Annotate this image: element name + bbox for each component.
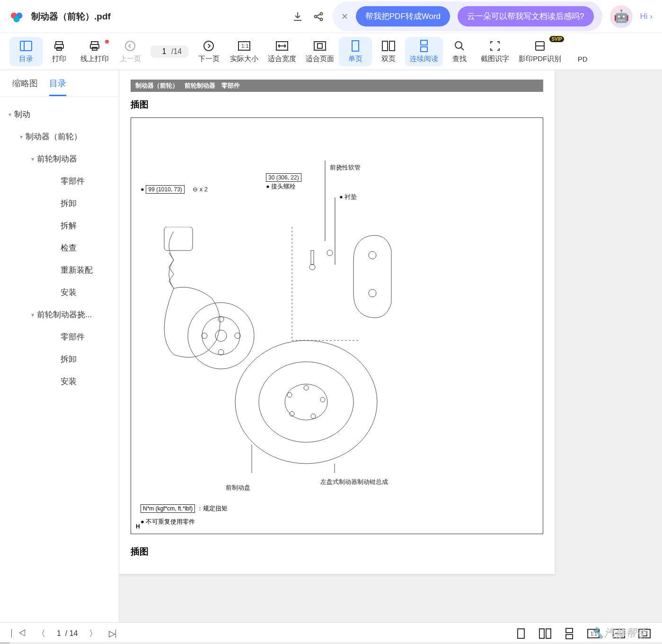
tool-online-print[interactable]: 线上打印	[76, 37, 114, 66]
tree-item[interactable]: 拆卸	[0, 192, 119, 215]
scrollbar[interactable]	[0, 642, 662, 644]
share-icon[interactable]	[312, 10, 325, 23]
tool-double-page[interactable]: 双页	[372, 37, 405, 66]
last-page-icon[interactable]: ▷⎸	[109, 628, 123, 639]
svg-rect-53	[518, 629, 524, 638]
svg-point-47	[369, 289, 376, 297]
toolbar: 目录 打印 线上打印 上一页 / 14 下一页 1:1实际大小 适合宽度 适合页…	[0, 33, 662, 70]
svg-point-41	[304, 385, 309, 390]
svg-point-42	[320, 397, 325, 402]
svg-point-46	[369, 251, 376, 259]
svg-point-14	[125, 41, 135, 51]
svg-point-35	[235, 333, 240, 339]
view-continuous-icon[interactable]	[565, 628, 574, 639]
tree-item[interactable]: 拆解	[0, 215, 119, 237]
tool-actual-size[interactable]: 1:1实际大小	[225, 37, 263, 66]
svg-rect-19	[314, 42, 326, 50]
tool-single-page[interactable]: 单页	[339, 37, 372, 66]
svg-point-34	[218, 316, 224, 322]
bottom-bar: ⎸◁ 〈 1 / 14 〉 ▷⎸ 1:1 🔧汽修帮手	[0, 622, 662, 644]
pill-ai-summary[interactable]: 云一朵可以帮我写文档读后感吗?	[458, 6, 593, 27]
svg-point-45	[287, 393, 292, 397]
tool-scan-pdf[interactable]: SVIP影印PDF识别	[514, 37, 566, 66]
legend: N*m (kgf*cm, ft.*lbf) ：规定扭矩 ● 不可重复使用零件	[141, 504, 228, 526]
suggestion-pills: ✕ 帮我把PDF转成Word 云一朵可以帮我写文档读后感吗?	[333, 1, 602, 31]
svg-rect-30	[164, 227, 193, 250]
svg-rect-24	[421, 40, 427, 45]
svg-point-38	[235, 340, 377, 464]
title-bar: 制动器（前轮）.pdf ✕ 帮我把PDF转成Word 云一朵可以帮我写文档读后感…	[0, 0, 662, 33]
section-title: 插图	[131, 98, 543, 111]
tree-item[interactable]: 零部件	[0, 170, 119, 192]
brake-assembly-sketch	[145, 227, 396, 473]
svg-rect-57	[566, 635, 573, 639]
svg-rect-56	[566, 628, 573, 633]
app-logo	[9, 9, 24, 24]
tool-pdf-more[interactable]: PD	[566, 37, 599, 66]
first-page-icon[interactable]: ⎸◁	[11, 628, 26, 638]
pdf-viewer[interactable]: 制动器（前轮） 前轮制动器 零部件 插图 前挠性软管 30 (306, 22) …	[119, 70, 662, 622]
svg-text:1:1: 1:1	[241, 43, 248, 49]
view-single-icon[interactable]	[516, 628, 526, 639]
close-icon[interactable]: ✕	[341, 11, 348, 22]
doc-header: 制动器（前轮） 前轮制动器 零部件	[131, 80, 543, 92]
sidebar: 缩略图 目录 ▾制动▾制动器（前轮）▾前轮制动器零部件拆卸拆解检查重新装配安装▾…	[0, 70, 119, 622]
tool-fit-width[interactable]: 适合宽度	[263, 37, 301, 66]
svg-rect-23	[389, 41, 395, 51]
tree-item[interactable]: 重新装配	[0, 259, 119, 281]
svg-point-39	[259, 362, 353, 442]
outline-tree: ▾制动▾制动器（前轮）▾前轮制动器零部件拆卸拆解检查重新装配安装▾前轮制动器挠.…	[0, 97, 119, 622]
tool-catalog[interactable]: 目录	[9, 37, 43, 66]
svg-rect-25	[421, 47, 427, 52]
svg-point-15	[204, 41, 213, 51]
svg-point-32	[202, 317, 240, 355]
tool-continuous[interactable]: 连续阅读	[405, 37, 443, 66]
tool-fit-page[interactable]: 适合页面	[301, 37, 339, 66]
svg-point-36	[218, 349, 224, 355]
next-page-icon[interactable]: 〉	[89, 628, 97, 639]
watermark: 🔧汽修帮手	[591, 626, 648, 640]
tool-prev-page: 上一页	[114, 37, 147, 66]
svg-point-40	[285, 384, 327, 420]
pdf-page: 制动器（前轮） 前轮制动器 零部件 插图 前挠性软管 30 (306, 22) …	[119, 70, 555, 574]
pill-pdf-to-word[interactable]: 帮我把PDF转成Word	[356, 6, 450, 27]
tree-item[interactable]: ▾前轮制动器挠...	[0, 304, 119, 326]
svg-rect-55	[546, 629, 551, 638]
tree-item[interactable]: ▾前轮制动器	[0, 148, 119, 170]
page-input[interactable]	[157, 47, 171, 56]
tool-find[interactable]: 查找	[443, 37, 476, 66]
svg-point-50	[327, 250, 333, 256]
svg-rect-22	[382, 41, 388, 51]
section-title-2: 插图	[131, 546, 543, 558]
svg-point-26	[455, 42, 462, 48]
tab-toc[interactable]: 目录	[49, 78, 66, 96]
prev-page-icon[interactable]: 〈	[37, 628, 45, 639]
tree-item[interactable]: 安装	[0, 281, 119, 304]
tree-item[interactable]: 安装	[0, 370, 119, 393]
svg-rect-21	[352, 41, 359, 51]
tool-print[interactable]: 打印	[43, 37, 76, 66]
svg-point-31	[188, 303, 254, 369]
svg-point-33	[215, 330, 227, 341]
tool-ocr[interactable]: 截图识字	[476, 37, 514, 66]
page-indicator[interactable]: / 14	[150, 45, 188, 58]
tree-item[interactable]: ▾制动器（前轮）	[0, 125, 119, 148]
diagram: 前挠性软管 30 (306, 22) ● 接头螺栓 ● 99 (1010, 73…	[131, 117, 543, 534]
svg-rect-6	[20, 41, 32, 51]
tab-thumbnails[interactable]: 缩略图	[12, 78, 38, 96]
tree-item[interactable]: 零部件	[0, 326, 119, 348]
svg-point-2	[13, 16, 19, 22]
tree-item[interactable]: 拆卸	[0, 348, 119, 370]
file-name: 制动器（前轮）.pdf	[31, 10, 111, 23]
bottom-page: 1 / 14	[57, 629, 78, 638]
hi-button[interactable]: Hi ›	[640, 12, 653, 21]
tool-next-page[interactable]: 下一页	[192, 37, 225, 66]
tree-item[interactable]: ▾制动	[0, 103, 119, 125]
svg-rect-20	[318, 44, 322, 48]
view-double-icon[interactable]	[539, 628, 551, 639]
tree-item[interactable]: 检查	[0, 237, 119, 259]
svg-rect-54	[539, 629, 544, 638]
avatar[interactable]: 🤖	[610, 5, 633, 28]
svg-point-43	[311, 414, 316, 419]
download-icon[interactable]	[291, 10, 304, 23]
